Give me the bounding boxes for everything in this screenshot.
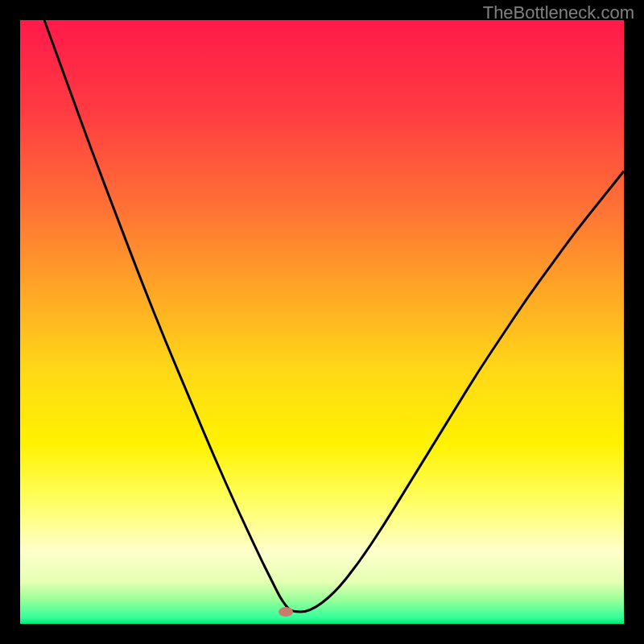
optimal-marker [279, 607, 293, 617]
chart-container: TheBottleneck.com [0, 0, 644, 644]
gradient-background [20, 20, 624, 624]
chart-svg [20, 20, 624, 624]
plot-area [20, 20, 624, 624]
watermark-text: TheBottleneck.com [483, 2, 634, 23]
